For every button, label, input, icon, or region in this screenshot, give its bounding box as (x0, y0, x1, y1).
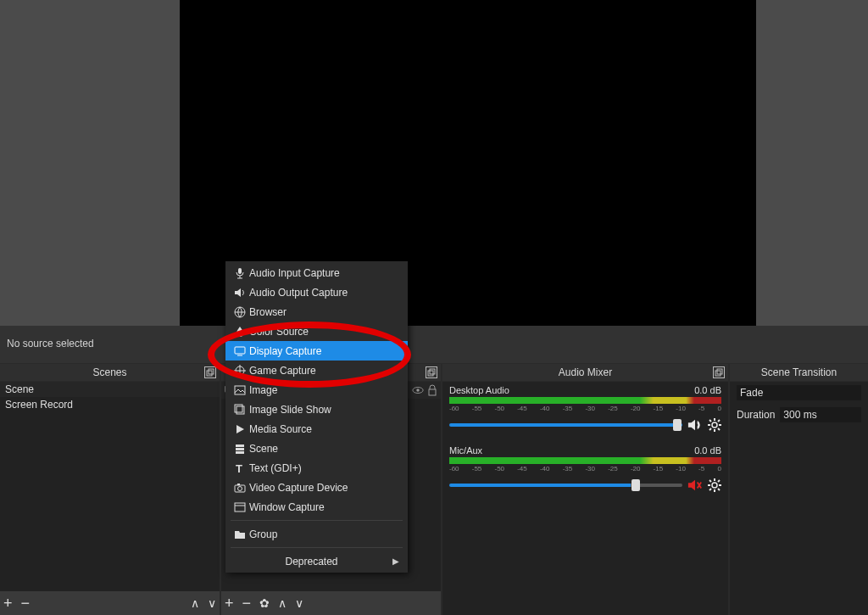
layers-icon (231, 443, 249, 455)
slider-thumb[interactable] (673, 419, 682, 431)
ctx-item-color-source[interactable]: Color Source (225, 321, 408, 341)
mic-icon (231, 267, 249, 279)
svg-line-28 (718, 480, 720, 482)
svg-rect-39 (236, 444, 244, 447)
source-down-button[interactable]: ∨ (295, 596, 303, 610)
svg-rect-41 (236, 451, 244, 454)
scene-down-button[interactable]: ∨ (208, 596, 216, 610)
mixer-channel-db: 0.0 dB (694, 385, 721, 395)
svg-line-16 (709, 420, 711, 422)
slider-thumb[interactable] (632, 479, 640, 491)
ctx-item-audio-output[interactable]: Audio Output Capture (225, 282, 408, 302)
svg-text:T: T (236, 462, 242, 474)
ctx-item-text[interactable]: T Text (GDI+) (225, 458, 408, 478)
add-scene-button[interactable]: + (3, 595, 13, 612)
image-icon (231, 384, 249, 396)
play-icon (231, 423, 249, 435)
mixer-channel: Mic/Aux 0.0 dB -60-55-50-45-40-35-30-25-… (442, 442, 728, 492)
ctx-item-media-source[interactable]: Media Source (225, 419, 408, 439)
mixer-ticks: -60-55-50-45-40-35-30-25-20-15-10-50 (449, 464, 721, 473)
speaker-icon[interactable] (687, 418, 703, 432)
speaker-muted-icon[interactable] (687, 478, 703, 492)
ctx-item-browser[interactable]: Browser (225, 302, 408, 321)
ctx-item-video-capture[interactable]: Video Capture Device (225, 478, 408, 497)
transition-select[interactable]: Fade (737, 385, 861, 400)
svg-line-17 (718, 428, 720, 430)
transitions-body: Fade Duration 300 ms (730, 382, 868, 615)
svg-rect-2 (428, 371, 433, 376)
ctx-separator (231, 547, 403, 548)
transitions-header[interactable]: Scene Transition (730, 363, 868, 382)
transitions-title: Scene Transition (761, 366, 837, 378)
svg-point-7 (416, 389, 420, 392)
popout-icon[interactable] (204, 366, 216, 378)
popout-icon[interactable] (713, 366, 725, 378)
gear-icon[interactable] (708, 478, 721, 492)
globe-icon (231, 306, 249, 318)
add-source-context-menu: Audio Input Capture Audio Output Capture… (225, 261, 408, 573)
visibility-icon[interactable] (412, 384, 424, 396)
dock-panels: Scenes Scene Screen Record + − ∧ ∨ Sourc… (0, 363, 868, 615)
ctx-item-slideshow[interactable]: Image Slide Show (225, 400, 408, 419)
mixer-meter (449, 457, 721, 464)
scene-item[interactable]: Scene (0, 382, 220, 397)
add-source-button[interactable]: + (225, 595, 234, 612)
scene-item[interactable]: Screen Record (0, 397, 220, 412)
volume-slider[interactable] (449, 484, 682, 487)
window-icon (231, 501, 249, 513)
mixer-channel: Desktop Audio 0.0 dB -60-55-50-45-40-35-… (442, 382, 728, 432)
gear-icon[interactable] (708, 418, 721, 432)
popout-icon[interactable] (426, 366, 437, 378)
svg-line-27 (709, 489, 711, 490)
preview-padding-left (0, 0, 180, 326)
svg-rect-0 (207, 371, 212, 376)
scenes-title: Scenes (92, 366, 126, 378)
scene-up-button[interactable]: ∧ (191, 596, 199, 610)
lock-icon[interactable] (427, 384, 437, 396)
mixer-header[interactable]: Audio Mixer (442, 363, 728, 382)
mixer-channel-name: Desktop Audio (449, 385, 509, 395)
mixer-title: Audio Mixer (559, 366, 612, 378)
svg-rect-31 (235, 347, 245, 354)
ctx-item-group[interactable]: Group (225, 524, 408, 544)
mixer-ticks: -60-55-50-45-40-35-30-25-20-15-10-50 (449, 404, 721, 413)
svg-point-11 (712, 422, 717, 428)
svg-rect-45 (237, 484, 240, 485)
speaker-icon (231, 287, 249, 299)
audio-mixer-panel: Audio Mixer Desktop Audio 0.0 dB -60-55-… (442, 363, 730, 615)
ctx-item-deprecated[interactable]: Deprecated ▶ (225, 551, 408, 571)
ctx-item-display-capture[interactable]: Display Capture (225, 341, 408, 361)
camera-icon (231, 482, 249, 494)
ctx-item-game-capture[interactable]: Game Capture (225, 361, 408, 380)
transitions-panel: Scene Transition Fade Duration 300 ms (730, 363, 868, 615)
volume-slider[interactable] (449, 423, 682, 427)
slides-icon (231, 404, 249, 416)
ctx-item-window-capture[interactable]: Window Capture (225, 497, 408, 517)
text-icon: T (231, 462, 249, 474)
svg-line-18 (709, 428, 711, 430)
svg-rect-9 (715, 371, 721, 376)
svg-line-26 (718, 489, 720, 490)
source-up-button[interactable]: ∧ (278, 596, 287, 610)
scenes-panel: Scenes Scene Screen Record + − ∧ ∨ (0, 363, 221, 615)
preview-padding-right (756, 0, 868, 326)
ctx-item-image[interactable]: Image (225, 380, 408, 400)
submenu-arrow-icon: ▶ (392, 556, 399, 566)
svg-rect-46 (235, 503, 245, 512)
svg-line-19 (718, 420, 720, 422)
scenes-header[interactable]: Scenes (0, 363, 220, 382)
svg-rect-40 (236, 448, 244, 450)
scenes-list[interactable]: Scene Screen Record (0, 382, 220, 591)
sources-toolbar: + − ✿ ∧ ∨ (221, 591, 441, 615)
duration-field[interactable]: 300 ms (780, 407, 861, 422)
remove-scene-button[interactable]: − (21, 595, 31, 612)
ctx-item-audio-input[interactable]: Audio Input Capture (225, 263, 408, 282)
ctx-item-scene[interactable]: Scene (225, 439, 408, 458)
drop-icon (231, 326, 249, 338)
remove-source-button[interactable]: − (242, 595, 252, 612)
svg-rect-29 (238, 268, 242, 274)
scenes-toolbar: + − ∧ ∨ (0, 591, 220, 615)
svg-rect-37 (236, 406, 244, 414)
source-settings-button[interactable]: ✿ (259, 596, 270, 610)
svg-point-44 (238, 486, 242, 490)
